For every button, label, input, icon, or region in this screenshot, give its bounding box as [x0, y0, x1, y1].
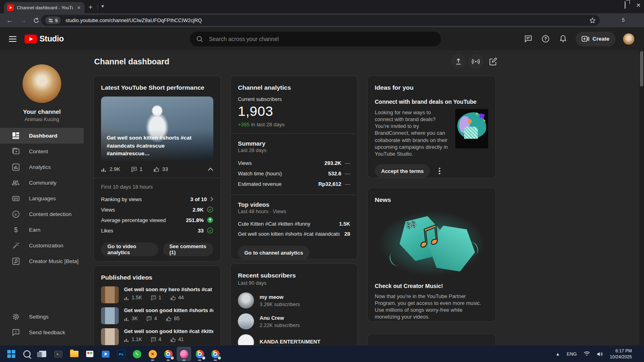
published-video-row[interactable]: Get well soon good kitten #cat #kitten #… [101, 328, 213, 345]
notifications-bell-icon[interactable] [558, 34, 568, 44]
sidebar-item-dashboard[interactable]: Dashboard [0, 128, 84, 144]
forward-button[interactable]: → [19, 17, 27, 24]
tab-close-icon[interactable]: × [76, 5, 81, 10]
create-button[interactable]: Create [576, 32, 615, 46]
card-title: Ideas for you [375, 84, 488, 91]
file-explorer-button[interactable] [67, 347, 81, 361]
tab-separator [97, 4, 98, 10]
menu-hamburger-icon[interactable] [9, 35, 17, 43]
terminal-button[interactable]: >_ [51, 347, 66, 361]
search-input[interactable] [208, 35, 435, 43]
back-button[interactable]: ← [6, 17, 14, 24]
metric-row-ranking[interactable]: Ranking by views 3 of 10 [101, 194, 213, 204]
sidebar-item-earn[interactable]: $ Earn [0, 222, 84, 238]
sidebar-item-creator-music[interactable]: Creator Music [Beta] [0, 253, 84, 269]
task-view-button[interactable] [35, 347, 50, 361]
channel-avatar[interactable] [23, 64, 61, 103]
chart-bars-icon [101, 167, 107, 172]
short-video-thumbnail[interactable]: Get well soon kitten #shorts #cat #aiand… [101, 97, 213, 161]
window-close-button[interactable]: ✕ [636, 2, 641, 8]
published-video-row[interactable]: Get well soon good kitten #shorts #cat #… [101, 307, 213, 324]
go-live-button[interactable] [468, 54, 483, 69]
sidebar-item-customization[interactable]: Customization [0, 238, 84, 253]
microsoft-store-button[interactable] [83, 347, 97, 361]
terminal-icon: >_ [54, 351, 62, 358]
card-menu-icon[interactable] [439, 168, 440, 175]
studio-brand[interactable]: Studio [39, 34, 64, 43]
window-restore-button[interactable] [625, 2, 625, 9]
feedback-comment-icon[interactable] [524, 34, 533, 44]
language-indicator[interactable]: ENG [567, 352, 577, 356]
photoshop-button[interactable]: Ps [114, 347, 128, 361]
account-avatar[interactable] [623, 33, 634, 45]
new-tab-button[interactable]: + [89, 3, 93, 11]
community-icon [12, 179, 20, 187]
sidebar-item-community[interactable]: Community [0, 175, 84, 191]
subscriber-row[interactable]: my meow3.26K subscribers [238, 292, 350, 309]
video-thumbnail[interactable] [101, 286, 119, 303]
create-label: Create [592, 36, 609, 42]
scrollbar-thumb[interactable] [640, 51, 643, 86]
page-scrollbar[interactable] [639, 50, 644, 345]
go-to-video-analytics-button[interactable]: Go to video analytics [101, 243, 158, 256]
sidebar-item-languages[interactable]: Languages [0, 191, 84, 206]
subscriber-row[interactable]: Anu Crew2.22K subscribers [238, 313, 350, 329]
video-thumbnail[interactable] [101, 307, 119, 324]
upload-videos-button[interactable] [451, 54, 466, 69]
site-chip-count: 5 [55, 18, 58, 23]
chrome-profile-1-button[interactable] [161, 347, 175, 361]
taskbar-clock[interactable]: 6:17 PM 10/24/2025 [610, 348, 632, 360]
chrome-profile-2-button[interactable] [192, 347, 207, 361]
subscriber-avatar[interactable] [238, 292, 254, 309]
edit-button[interactable] [485, 54, 501, 69]
video-thumbnail[interactable] [101, 328, 119, 345]
tab-list-chevron-icon[interactable]: ▼ [101, 4, 105, 8]
sidebar-item-content-detection[interactable]: c Content detection [0, 206, 84, 222]
bookmark-star-icon[interactable] [589, 17, 596, 24]
help-icon[interactable]: ? [541, 34, 551, 44]
orange-app-button[interactable]: ✕ [145, 347, 160, 361]
sidebar-label: Settings [29, 314, 49, 320]
sidebar-item-send-feedback[interactable]: Send feedback [0, 325, 84, 340]
sidebar-item-settings[interactable]: Settings [0, 309, 84, 325]
sidebar-item-analytics[interactable]: Analytics [0, 159, 84, 175]
wifi-icon[interactable] [584, 352, 590, 356]
hidden-icons-chevron[interactable]: ▲ [555, 352, 560, 356]
collapse-chevron-icon[interactable] [208, 167, 213, 171]
top-video-row[interactable]: Cute Kitten #Cat #kitten #funny 1.5K [238, 219, 350, 229]
comment-icon [151, 295, 156, 300]
sidebar-label: Languages [29, 195, 56, 202]
published-video-row[interactable]: Get well soon my hero #shorts #cat #kitt… [101, 286, 213, 303]
check-circle-icon [207, 206, 213, 213]
subscriber-avatar[interactable] [238, 334, 254, 345]
subscriber-row[interactable]: KANDA ENTERTAIMENT [238, 334, 350, 345]
active-browser-window-button[interactable] [177, 347, 191, 361]
see-comments-button[interactable]: See comments (1) [163, 243, 213, 256]
taskbar-search-button[interactable] [20, 347, 34, 361]
ideas-subtitle: Connect with brand deals on YouTube [375, 99, 488, 105]
go-to-channel-analytics-button[interactable]: Go to channel analytics [238, 246, 310, 259]
chrome-profile-3-button[interactable] [208, 347, 223, 361]
news-headline: Check out Creator Music! [375, 283, 488, 289]
extensions-badge[interactable]: 5 [622, 17, 625, 23]
url-text[interactable]: studio.youtube.com/channel/UCIwZ9aUFOqFP… [65, 18, 589, 23]
accept-the-terms-button[interactable]: Accept the terms [375, 164, 430, 178]
clock-time: 6:17 PM [610, 348, 632, 354]
volume-icon[interactable] [597, 352, 603, 357]
trend-up-circle-icon [207, 217, 213, 223]
youtube-logo[interactable] [25, 35, 37, 43]
reload-button[interactable] [33, 17, 41, 24]
channel-search[interactable] [189, 31, 442, 47]
browser-tab[interactable]: Channel dashboard - YouTube S × [4, 2, 85, 13]
start-button[interactable] [4, 347, 19, 361]
media-player-button[interactable] [98, 347, 113, 361]
subscriber-avatar[interactable] [238, 313, 254, 329]
sidebar-item-content[interactable]: Content [0, 144, 84, 159]
dashboard-icon [12, 132, 20, 140]
address-bar[interactable]: 5 studio.youtube.com/channel/UCIwZ9aUFOq… [41, 15, 600, 26]
video-title-line2: #aiandcats #catrescue #animalrescue… [107, 142, 209, 158]
flat-trend-dash: — [345, 181, 350, 187]
site-permissions-chip[interactable]: 5 [45, 16, 61, 24]
whatsapp-button[interactable] [130, 347, 144, 361]
top-video-row[interactable]: Get well soon kitten #shorts #cat #aiand… [238, 229, 350, 239]
